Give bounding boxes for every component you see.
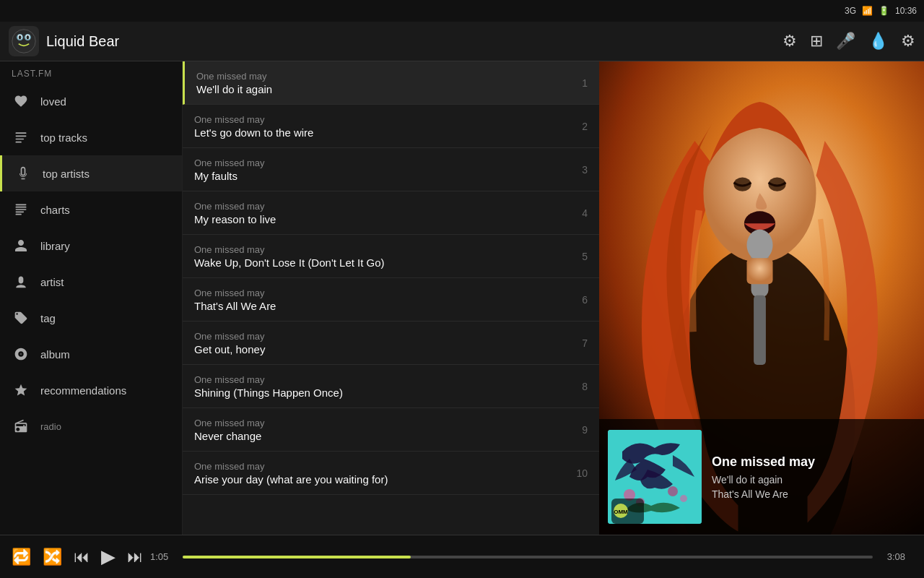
- track-row-4[interactable]: One missed may My reason to live 4: [183, 191, 599, 235]
- track-number: 7: [566, 337, 588, 349]
- np-info: One missed may We'll do it again That's …: [712, 454, 915, 500]
- sidebar-artist-label: artist: [40, 276, 64, 288]
- track-info: One missed may My faults: [194, 158, 566, 182]
- track-artist: One missed may: [194, 331, 566, 342]
- next-button[interactable]: ⏭: [127, 548, 143, 566]
- svg-rect-14: [16, 212, 25, 213]
- track-artist: One missed may: [194, 418, 566, 428]
- svg-rect-10: [16, 142, 22, 143]
- track-row-7[interactable]: One missed may Get out, honey 7: [183, 322, 599, 365]
- library-icon: [12, 236, 30, 255]
- track-artist: One missed may: [194, 374, 566, 385]
- track-artist: One missed may: [194, 158, 566, 168]
- np-track2: That's All We Are: [712, 488, 915, 500]
- svg-rect-8: [16, 136, 27, 137]
- track-name: That's All We Are: [194, 300, 566, 312]
- sidebar-item-radio[interactable]: radio: [0, 408, 182, 444]
- sidebar-item-charts[interactable]: charts: [0, 191, 182, 228]
- sidebar-item-top-artists[interactable]: top artists: [0, 155, 182, 191]
- sidebar-item-top-tracks[interactable]: top tracks: [0, 119, 182, 155]
- signal-bars: 📶: [862, 6, 873, 16]
- sidebar-radio-label: radio: [40, 421, 61, 432]
- album-art: OMM: [608, 430, 702, 524]
- header-icons: ⚙ ⊞ 🎤 💧 ⚙: [783, 32, 915, 51]
- mic2-icon: [14, 164, 32, 183]
- repeat-button[interactable]: 🔁: [12, 548, 31, 566]
- tag-icon: [12, 309, 30, 327]
- progress-bar[interactable]: [183, 556, 872, 558]
- track-row-2[interactable]: One missed may Let's go down to the wire…: [183, 105, 599, 148]
- track-number: 9: [566, 424, 588, 436]
- sidebar-library-label: library: [40, 240, 70, 252]
- svg-rect-15: [16, 214, 22, 215]
- circle-icon[interactable]: ⚙: [783, 32, 797, 51]
- radio-icon: [12, 417, 30, 436]
- sidebar-tag-label: tag: [40, 312, 56, 324]
- status-bar: 3G 📶 🔋 10:36: [0, 0, 924, 22]
- sidebar-charts-label: charts: [40, 204, 70, 216]
- sidebar-item-recommendations[interactable]: recommendations: [0, 372, 182, 408]
- sidebar-top-artists-label: top artists: [43, 168, 90, 180]
- svg-rect-12: [16, 207, 27, 208]
- header: Liquid Bear ⚙ ⊞ 🎤 💧 ⚙: [0, 22, 924, 61]
- play-button[interactable]: ▶: [101, 545, 116, 568]
- sidebar-item-tag[interactable]: tag: [0, 300, 182, 336]
- player-controls: 🔁 🔀 ⏮ ▶ ⏭: [12, 545, 143, 568]
- sidebar-item-artist[interactable]: artist: [0, 264, 182, 300]
- prev-button[interactable]: ⏮: [74, 548, 90, 566]
- track-row-8[interactable]: One missed may Shining (Things Happen On…: [183, 365, 599, 408]
- track-artist: One missed may: [194, 201, 566, 212]
- svg-point-0: [12, 30, 35, 53]
- track-row-10[interactable]: One missed may Arise your day (what are …: [183, 452, 599, 495]
- np-artist: One missed may: [712, 454, 915, 470]
- svg-point-29: [668, 486, 678, 496]
- shuffle-button[interactable]: 🔀: [43, 548, 62, 566]
- track-row-6[interactable]: One missed may That's All We Are 6: [183, 278, 599, 322]
- svg-rect-11: [16, 204, 27, 206]
- track-row-3[interactable]: One missed may My faults 3: [183, 148, 599, 191]
- track-row-5[interactable]: One missed may Wake Up, Don't Lose It (D…: [183, 235, 599, 278]
- sidebar-loved-label: loved: [40, 95, 66, 108]
- clock: 10:36: [895, 6, 917, 16]
- svg-point-30: [680, 495, 687, 502]
- svg-rect-25: [746, 258, 772, 284]
- bottom-bar: 🔁 🔀 ⏮ ▶ ⏭ 1:05 3:08: [0, 535, 924, 578]
- svg-rect-9: [16, 139, 25, 140]
- track-number: 2: [566, 121, 588, 132]
- track-info: One missed may My reason to live: [194, 201, 566, 225]
- mic-icon[interactable]: 🎤: [836, 32, 855, 51]
- sidebar-album-label: album: [40, 348, 70, 361]
- sidebar-item-album[interactable]: album: [0, 336, 182, 372]
- now-playing-panel: OMM One missed may We'll do it again Tha…: [599, 419, 924, 535]
- track-info: One missed may Arise your day (what are …: [194, 461, 566, 486]
- sidebar-top-tracks-label: top tracks: [40, 131, 87, 144]
- sidebar-item-loved[interactable]: loved: [0, 83, 182, 119]
- sidebar-item-library[interactable]: library: [0, 228, 182, 264]
- track-number: 4: [566, 207, 588, 219]
- track-name: Wake Up, Don't Lose It (Don't Let It Go): [194, 256, 566, 269]
- battery-icon: 🔋: [879, 6, 889, 16]
- track-row-1[interactable]: One missed may We'll do it again 1: [183, 61, 599, 105]
- grid-icon[interactable]: ⊞: [810, 32, 823, 51]
- track-number: 1: [566, 77, 588, 89]
- svg-rect-7: [16, 132, 27, 134]
- track-artist: One missed may: [194, 114, 566, 125]
- artist-icon: [12, 272, 30, 291]
- sidebar-section-header: Last.fm: [0, 61, 182, 83]
- track-number: 3: [566, 164, 588, 176]
- track-info: One missed may Wake Up, Don't Lose It (D…: [194, 244, 566, 269]
- track-number: 8: [566, 381, 588, 392]
- track-row-9[interactable]: One missed may Never change 9: [183, 408, 599, 452]
- sidebar: Last.fm loved top tracks top artists: [0, 61, 183, 535]
- track-info: One missed may Never change: [194, 418, 566, 442]
- svg-point-5: [19, 35, 22, 39]
- track-artist: One missed may: [194, 244, 566, 255]
- sidebar-recommendations-label: recommendations: [40, 384, 126, 397]
- progress-fill: [183, 556, 410, 558]
- track-name: Let's go down to the wire: [194, 126, 566, 139]
- track-name: Arise your day (what are you waiting for…: [194, 473, 566, 486]
- drop-icon[interactable]: 💧: [868, 32, 888, 51]
- current-time: 1:05: [150, 551, 168, 562]
- track-info: One missed may Get out, honey: [194, 331, 566, 355]
- gear-icon[interactable]: ⚙: [901, 32, 915, 51]
